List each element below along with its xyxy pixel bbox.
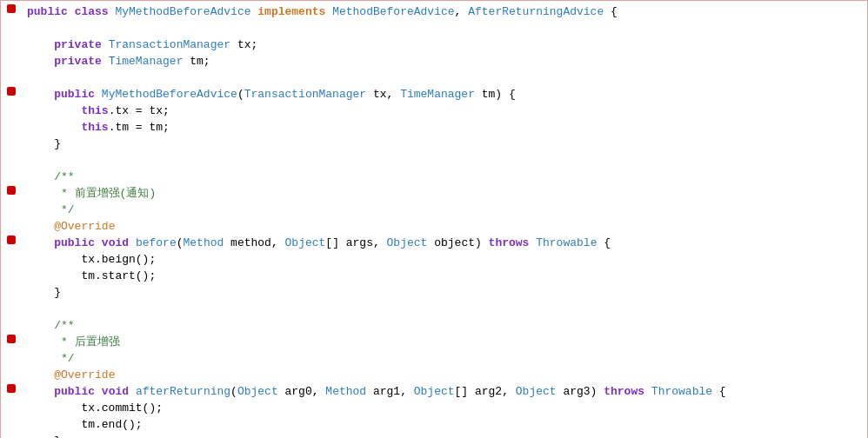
line-25: tx.commit(); xyxy=(27,401,867,417)
keyword-private-2: private xyxy=(54,54,102,70)
interface-1: MethodBeforeAdvice xyxy=(332,4,454,21)
line-27: } xyxy=(27,434,867,438)
comment-close-1: */ xyxy=(61,202,75,219)
line-3: private TransactionManager tx; xyxy=(27,37,867,54)
type-transaction: TransactionManager xyxy=(109,37,230,54)
breakpoint-icon-6[interactable] xyxy=(7,87,16,96)
line-21: * 后置增强 xyxy=(27,335,867,351)
line-14: @Override xyxy=(27,219,867,236)
breakpoint-icon-1[interactable] xyxy=(7,4,16,13)
keyword-throws-1: throws xyxy=(489,236,530,252)
type-method-ar1: Method xyxy=(325,384,366,401)
line-8: this.tm = tm; xyxy=(27,120,867,136)
keyword-this-1: this xyxy=(81,103,108,120)
type-object-ar2: Object xyxy=(414,384,455,401)
line-10 xyxy=(27,153,867,169)
keyword-private-1: private xyxy=(54,37,102,54)
line-18: } xyxy=(27,285,867,302)
line-15: public void before(Method method, Object… xyxy=(27,236,867,252)
line-19 xyxy=(27,302,867,318)
line-16: tx.beign(); xyxy=(27,252,867,269)
line-24: public void afterReturning(Object arg0, … xyxy=(27,384,867,401)
line-17: tm.start(); xyxy=(27,269,867,285)
annotation-override-1: @Override xyxy=(54,219,115,236)
param-type-1: TransactionManager xyxy=(244,87,366,103)
gutter-6 xyxy=(3,87,20,96)
breakpoint-icon-12[interactable] xyxy=(7,186,16,195)
keyword-void-1: void xyxy=(102,236,129,252)
type-object-1: Object xyxy=(285,236,326,252)
code-editor[interactable]: public class MyMethodBeforeAdvice implem… xyxy=(0,0,868,438)
line-26: tm.end(); xyxy=(27,417,867,434)
comment-before-text: * 前置增强(通知) xyxy=(61,186,156,202)
type-throwable-1: Throwable xyxy=(536,236,597,252)
line-6: public MyMethodBeforeAdvice(TransactionM… xyxy=(27,87,867,103)
keyword-public-4: public xyxy=(54,384,95,401)
gutter-12 xyxy=(3,186,20,195)
type-throwable-2: Throwable xyxy=(651,384,712,401)
type-time: TimeManager xyxy=(109,54,184,70)
constructor-name: MyMethodBeforeAdvice xyxy=(102,87,237,103)
keyword-throws-2: throws xyxy=(604,384,644,401)
line-13: */ xyxy=(27,202,867,219)
keyword-public: public xyxy=(27,4,68,21)
keyword-this-2: this xyxy=(81,120,108,136)
class-name: MyMethodBeforeAdvice xyxy=(115,4,250,21)
comment-after-text: * 后置增强 xyxy=(61,335,120,351)
line-22: */ xyxy=(27,351,867,368)
comment-close-2: */ xyxy=(61,351,75,368)
param-type-2: TimeManager xyxy=(400,87,475,103)
type-object-2: Object xyxy=(387,236,428,252)
keyword-implements: implements xyxy=(257,4,325,21)
line-4: private TimeManager tm; xyxy=(27,54,867,70)
gutter-1 xyxy=(3,4,20,13)
breakpoint-icon-21[interactable] xyxy=(7,335,16,343)
gutter-21 xyxy=(3,335,20,343)
keyword-class: class xyxy=(75,4,109,21)
keyword-public-3: public xyxy=(54,236,95,252)
breakpoint-icon-24[interactable] xyxy=(7,384,16,393)
keyword-public-2: public xyxy=(54,87,95,103)
line-1: public class MyMethodBeforeAdvice implem… xyxy=(27,4,867,21)
line-5 xyxy=(27,70,867,87)
annotation-override-2: @Override xyxy=(54,368,115,384)
line-9: } xyxy=(27,136,867,153)
line-20: /** xyxy=(27,318,867,335)
gutter-24 xyxy=(3,384,20,393)
line-12: * 前置增强(通知) xyxy=(27,186,867,202)
type-object-ar0: Object xyxy=(237,384,278,401)
comment-open-1: /** xyxy=(54,169,74,186)
line-2 xyxy=(27,21,867,37)
code-content: public class MyMethodBeforeAdvice implem… xyxy=(1,1,867,438)
method-after-returning: afterReturning xyxy=(136,384,230,401)
interface-2: AfterReturningAdvice xyxy=(468,4,604,21)
type-method: Method xyxy=(184,236,224,252)
gutter-15 xyxy=(3,236,20,244)
breakpoint-icon-15[interactable] xyxy=(7,236,16,244)
method-before: before xyxy=(136,236,177,252)
line-7: this.tx = tx; xyxy=(27,103,867,120)
line-23: @Override xyxy=(27,368,867,384)
keyword-void-2: void xyxy=(102,384,129,401)
type-object-ar3: Object xyxy=(516,384,557,401)
line-11: /** xyxy=(27,169,867,186)
comment-open-2: /** xyxy=(54,318,74,335)
